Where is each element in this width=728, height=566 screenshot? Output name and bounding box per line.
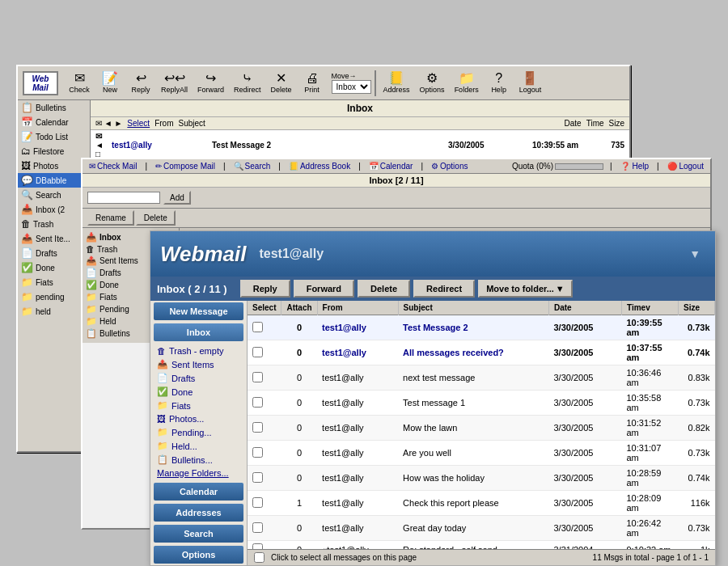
search-sidebar-button[interactable]: Search bbox=[154, 525, 243, 543]
msg-select-checkbox[interactable] bbox=[252, 472, 263, 483]
sidebar-item-fiats[interactable]: 📁Fiats bbox=[18, 275, 90, 289]
add-folder-button[interactable]: Add bbox=[163, 191, 191, 205]
help-button[interactable]: ? Help bbox=[485, 70, 514, 96]
rename-button[interactable]: Rename bbox=[87, 210, 134, 226]
msg-date: 3/30/2005 bbox=[549, 516, 622, 541]
delete-folder-button[interactable]: Delete bbox=[136, 210, 176, 226]
sidebar-item-sent[interactable]: 📤Sent Ite... bbox=[18, 231, 90, 246]
inbox-sidebar-button[interactable]: Inbox bbox=[154, 323, 243, 341]
sidebar-item-pending[interactable]: 📁pending bbox=[18, 289, 90, 304]
message-row[interactable]: 1 test1@ally Check this report please 3/… bbox=[248, 491, 715, 516]
logout-button[interactable]: 🚪 Logout bbox=[515, 70, 546, 96]
msg-select-checkbox[interactable] bbox=[252, 497, 263, 508]
help-btn[interactable]: ❓ Help bbox=[619, 161, 650, 171]
sidebar-folder-photos[interactable]: 🖼Photos... bbox=[150, 412, 247, 425]
sidebar-folder-bulletins[interactable]: 📋Bulletins... bbox=[150, 453, 247, 467]
col-header-select[interactable]: Select bbox=[248, 301, 281, 315]
msg-select-checkbox[interactable] bbox=[252, 422, 263, 433]
col-header-date[interactable]: Date bbox=[549, 301, 622, 315]
sidebar-item-trash[interactable]: 🗑Trash bbox=[18, 217, 90, 231]
col-header-attach[interactable]: Attach bbox=[281, 301, 317, 315]
col-header-subject[interactable]: Subject bbox=[398, 301, 548, 315]
msg-select-checkbox[interactable] bbox=[252, 347, 263, 357]
msg-select-checkbox[interactable] bbox=[252, 322, 263, 332]
msg-select-checkbox[interactable] bbox=[252, 543, 263, 549]
message-row[interactable]: 0 test1@ally Great day today 3/30/2005 1… bbox=[248, 516, 715, 541]
sidebar-item-filestore[interactable]: 🗂Filestore bbox=[18, 144, 90, 158]
delete-button[interactable]: ✕ Delete bbox=[267, 70, 296, 96]
logout-btn[interactable]: 🔴 Logout bbox=[666, 161, 705, 171]
move-to-folder-button[interactable]: Move to folder... ▼ bbox=[478, 280, 573, 298]
sidebar-folder-trash[interactable]: 🗑Trash - empty bbox=[150, 344, 247, 357]
forward-action-button[interactable]: Forward bbox=[294, 280, 354, 298]
sidebar-item-todo[interactable]: 📝Todo List bbox=[18, 129, 90, 144]
sidebar-item-calendar[interactable]: 📅Calendar bbox=[18, 115, 90, 129]
reply-all-button[interactable]: ↩↩ ReplyAll bbox=[157, 70, 192, 96]
calendar-btn[interactable]: 📅 Calendar bbox=[367, 161, 415, 171]
message-row[interactable]: 0 «test1@ally Re: standard - self send 3… bbox=[248, 541, 715, 550]
options-icon2: ⚙ bbox=[431, 162, 438, 171]
sidebar-item-bulletins[interactable]: 📋Bulletins bbox=[18, 100, 90, 115]
close-button[interactable]: ▼ bbox=[684, 246, 705, 262]
redirect-action-button[interactable]: Redirect bbox=[413, 280, 475, 298]
reply-action-button[interactable]: Reply bbox=[240, 280, 290, 298]
addresses-button[interactable]: Addresses bbox=[154, 504, 243, 522]
msg-select-checkbox[interactable] bbox=[252, 447, 263, 458]
redirect-button[interactable]: ⤷ Redirect bbox=[230, 70, 265, 96]
search-btn[interactable]: 🔍 Search bbox=[232, 161, 273, 171]
modern-logo: Webmail bbox=[160, 242, 246, 267]
sidebar-item-held[interactable]: 📁held bbox=[18, 304, 90, 319]
new-button[interactable]: 📝 New bbox=[95, 70, 125, 96]
options-sidebar-button[interactable]: Options bbox=[154, 546, 243, 564]
sidebar-folder-held[interactable]: 📁Held... bbox=[150, 439, 247, 453]
col-header-from[interactable]: From bbox=[317, 301, 398, 315]
folder-trash-icon: 🗑 bbox=[86, 244, 95, 254]
check-mail-btn[interactable]: ✉ Check Mail bbox=[87, 161, 138, 171]
sidebar-folder-pending[interactable]: 📁Pending... bbox=[150, 425, 247, 439]
sidebar-item-drafts[interactable]: 📄Drafts bbox=[18, 246, 90, 260]
col-header-timev[interactable]: Timev bbox=[622, 301, 679, 315]
reply-button[interactable]: ↩ Reply bbox=[126, 70, 155, 96]
msg-select-checkbox[interactable] bbox=[252, 397, 263, 408]
msg-select-checkbox[interactable] bbox=[252, 522, 263, 533]
address-button[interactable]: 📒 Address bbox=[379, 70, 414, 96]
message-row[interactable]: 0 test1@ally next test message 3/30/2005… bbox=[248, 365, 715, 391]
options-button[interactable]: ⚙ Options bbox=[416, 70, 449, 96]
new-message-button[interactable]: New Message bbox=[154, 302, 243, 320]
folder-name-input[interactable] bbox=[87, 192, 160, 204]
message-row[interactable]: 0 test1@ally Test message 1 3/30/2005 10… bbox=[248, 391, 715, 416]
manage-folders-link[interactable]: Manage Folders... bbox=[150, 467, 247, 479]
print-button[interactable]: 🖨 Print bbox=[298, 70, 327, 96]
sidebar-folder-fiats[interactable]: 📁Fiats bbox=[150, 399, 247, 412]
print-icon: 🖨 bbox=[306, 72, 319, 85]
check-button[interactable]: ✉ Check bbox=[65, 70, 94, 96]
sidebar-item-photos[interactable]: 🖼Photos bbox=[18, 158, 90, 173]
compose-mail-btn[interactable]: ✏ Compose Mail bbox=[154, 161, 217, 171]
message-row[interactable]: 0 test1@ally Test Message 2 3/30/2005 10… bbox=[248, 315, 715, 340]
message-row[interactable]: 0 test1@ally Are you well 3/30/2005 10:3… bbox=[248, 441, 715, 466]
sidebar-item-dbabble[interactable]: 💬DBabble bbox=[18, 173, 90, 188]
msg-size: 116k bbox=[679, 491, 715, 516]
select-all-checkbox[interactable] bbox=[254, 552, 265, 563]
msg-select-checkbox[interactable] bbox=[252, 372, 263, 382]
calendar-sidebar-button[interactable]: Calendar bbox=[154, 483, 243, 501]
folders-button[interactable]: 📁 Folders bbox=[451, 70, 483, 96]
message-row[interactable]: 0 test1@ally Mow the lawn 3/30/2005 10:3… bbox=[248, 416, 715, 441]
select-link[interactable]: Select bbox=[127, 119, 150, 128]
options-btn[interactable]: ⚙ Options bbox=[430, 161, 469, 171]
address-book-btn[interactable]: 📒 Address Book bbox=[287, 161, 352, 171]
sidebar-folder-sent[interactable]: 📤Sent Items bbox=[150, 357, 247, 371]
forward-button[interactable]: ↪ Forward bbox=[193, 70, 228, 96]
classic-message-row[interactable]: ✉ ◄ □ test1@ally Test Message 2 3/30/200… bbox=[91, 130, 629, 161]
move-to-select[interactable]: Inbox bbox=[332, 80, 371, 94]
message-row[interactable]: 0 test1@ally All messages received? 3/30… bbox=[248, 340, 715, 365]
time-header: Time bbox=[586, 119, 604, 128]
sidebar-folder-done[interactable]: ✅Done bbox=[150, 385, 247, 399]
sidebar-item-inbox[interactable]: 📥Inbox (2 bbox=[18, 202, 90, 217]
delete-action-button[interactable]: Delete bbox=[358, 280, 410, 298]
sidebar-folder-drafts[interactable]: 📄Drafts bbox=[150, 371, 247, 385]
col-header-size[interactable]: Size bbox=[679, 301, 715, 315]
message-row[interactable]: 0 test1@ally How was the holiday 3/30/20… bbox=[248, 466, 715, 491]
sidebar-item-done[interactable]: ✅Done bbox=[18, 260, 90, 275]
sidebar-item-search[interactable]: 🔍Search bbox=[18, 188, 90, 202]
